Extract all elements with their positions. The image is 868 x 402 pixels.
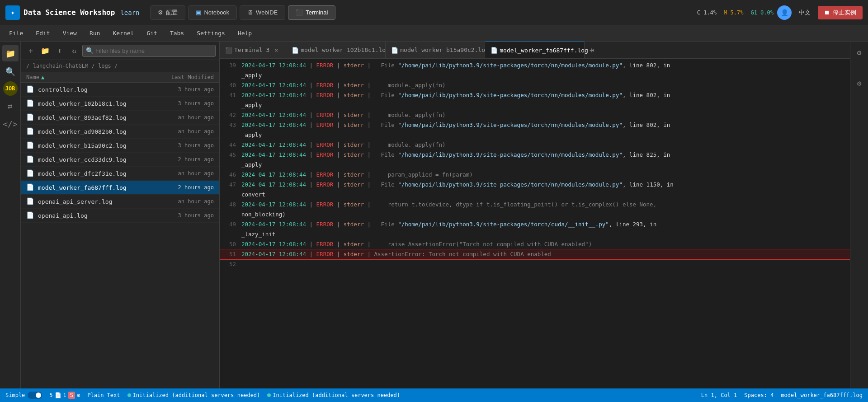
- spaces-info: Spaces: 4: [744, 392, 774, 398]
- file-list-header: Name ▲ Last Modified: [21, 72, 219, 83]
- file-name: model_worker_102b18c1.log: [38, 100, 155, 107]
- sidebar-icon-job[interactable]: JOB: [3, 81, 18, 96]
- log-line: 52: [220, 259, 850, 269]
- line-number: 40: [220, 81, 241, 90]
- statusbar: Simple 5 📄 1 S ⚙ Plain Text Initialized …: [0, 388, 868, 402]
- menu-run[interactable]: Run: [84, 28, 105, 38]
- file-list-item[interactable]: 📄 openai_api_server.log an hour ago: [21, 195, 219, 209]
- file-icon: 📄: [26, 113, 34, 122]
- config-nav-btn[interactable]: ⚙ 配置: [150, 5, 185, 20]
- terminal3-tab-close[interactable]: ×: [272, 46, 280, 54]
- sidebar-icon-git[interactable]: ⇄: [2, 98, 19, 114]
- menu-file[interactable]: File: [4, 28, 28, 38]
- line-content: 2024-04-17 12:08:44 | ERROR | stderr | A…: [241, 250, 850, 259]
- log-line-continuation: _lazy_init: [220, 229, 850, 239]
- search-input[interactable]: [82, 45, 216, 57]
- line-number: 41: [220, 91, 241, 100]
- menu-edit[interactable]: Edit: [30, 28, 55, 38]
- settings-count-icon[interactable]: ⚙: [77, 392, 80, 398]
- right-gear-icon[interactable]: ⚙: [852, 76, 867, 90]
- s-count: 1: [63, 392, 66, 398]
- menubar: File Edit View Run Kernel Git Tabs Setti…: [0, 25, 868, 42]
- new-folder-btn[interactable]: 📁: [39, 44, 52, 57]
- file-list-item[interactable]: 📄 model_worker_ad9082b0.log an hour ago: [21, 125, 219, 139]
- file-icon: 📄: [26, 99, 34, 108]
- tab-add-btn[interactable]: +: [585, 42, 599, 59]
- line-number: 42: [220, 111, 241, 120]
- tab-terminal3[interactable]: ⬛ Terminal 3 ×: [220, 42, 286, 59]
- menu-settings[interactable]: Settings: [191, 28, 231, 38]
- log-line: 502024-04-17 12:08:44 | ERROR | stderr |…: [220, 239, 850, 249]
- upload-btn[interactable]: ⬆: [53, 44, 66, 57]
- editor-content[interactable]: 392024-04-17 12:08:44 | ERROR | stderr |…: [220, 59, 850, 388]
- line-content: 2024-04-17 12:08:44 | ERROR | stderr | m…: [241, 81, 850, 90]
- sidebar-icon-extensions[interactable]: </>: [2, 116, 19, 132]
- menu-view[interactable]: View: [57, 28, 82, 38]
- webide-nav-btn[interactable]: 🖥 WebIDE: [240, 5, 285, 20]
- log-line: 432024-04-17 12:08:44 | ERROR | stderr |…: [220, 120, 850, 130]
- col-name-header[interactable]: Name ▲: [26, 74, 155, 80]
- log-line: 492024-04-17 12:08:44 | ERROR | stderr |…: [220, 220, 850, 229]
- sidebar-icon-bar: 📁 🔍 JOB ⇄ </>: [0, 42, 21, 388]
- file-list-item[interactable]: 📄 model_worker_dfc2f31e.log an hour ago: [21, 167, 219, 181]
- mem-usage: M 5.7%: [724, 9, 743, 16]
- stop-label: 停止实例: [833, 9, 856, 17]
- tab-log2[interactable]: 📄 model_worker_b15a90c2.log ×: [386, 42, 485, 59]
- stop-instance-btn[interactable]: ⏹ 停止实例: [818, 6, 863, 19]
- status-right: Ln 1, Col 1 Spaces: 4 model_worker_fa687…: [701, 392, 863, 398]
- file-list-item[interactable]: 📄 model_worker_b15a90c2.log 3 hours ago: [21, 139, 219, 153]
- file-modified: an hour ago: [155, 170, 214, 177]
- new-file-btn[interactable]: +: [24, 44, 37, 57]
- file-list-item[interactable]: 📄 controller.log 3 hours ago: [21, 83, 219, 97]
- log-line: 392024-04-17 12:08:44 | ERROR | stderr |…: [220, 61, 850, 70]
- right-settings-icon[interactable]: ⚙: [852, 45, 867, 60]
- terminal-nav-btn[interactable]: ⬛ Terminal: [288, 5, 335, 20]
- line-number: 50: [220, 240, 241, 249]
- webide-label: WebIDE: [256, 9, 278, 16]
- log-line-continuation: _apply: [220, 100, 850, 110]
- file-icon: 📄: [26, 141, 34, 150]
- line-content: 2024-04-17 12:08:44 | ERROR | stderr | m…: [241, 111, 850, 120]
- config-icon: ⚙: [158, 9, 163, 16]
- terminal-tab-icon: ⬛: [225, 47, 231, 53]
- file-icon: 📄: [26, 169, 34, 178]
- mode-toggle-switch[interactable]: [28, 392, 42, 399]
- sidebar-icon-files[interactable]: 📁: [2, 45, 19, 61]
- file-modified: an hour ago: [155, 198, 214, 205]
- sidebar-icon-search[interactable]: 🔍: [2, 63, 19, 79]
- notebook-nav-btn[interactable]: ▣ Notebook: [188, 5, 237, 20]
- menu-help[interactable]: Help: [232, 28, 257, 38]
- file-list-item[interactable]: 📄 model_worker_fa687fff.log 2 hours ago: [21, 181, 219, 195]
- user-avatar[interactable]: 👤: [777, 5, 792, 20]
- app-subtitle: learn: [120, 9, 139, 16]
- file-list-item[interactable]: 📄 model_worker_ccd33dc9.log 2 hours ago: [21, 153, 219, 167]
- file-list-item[interactable]: 📄 model_worker_893aef82.log an hour ago: [21, 111, 219, 125]
- file-icon: 📄: [26, 127, 34, 136]
- menu-tabs[interactable]: Tabs: [165, 28, 189, 38]
- notebook-icon: ▣: [196, 9, 201, 16]
- line-content: 2024-04-17 12:08:44 | ERROR | stderr | F…: [241, 150, 850, 159]
- log-line: 442024-04-17 12:08:44 | ERROR | stderr |…: [220, 140, 850, 150]
- file-modified: 2 hours ago: [155, 184, 214, 191]
- cursor-position: Ln 1, Col 1: [701, 392, 737, 398]
- tab-log3[interactable]: 📄 model_worker_fa687fff.log ×: [485, 42, 585, 59]
- status-initialized-2: Initialized (additional servers needed): [267, 392, 400, 398]
- menu-git[interactable]: Git: [141, 28, 162, 38]
- log-line: 482024-04-17 12:08:44 | ERROR | stderr |…: [220, 200, 850, 210]
- status-text-1: Initialized (additional servers needed): [133, 392, 260, 398]
- topbar: ✦ Data Science Workshop learn ⚙ 配置 ▣ Not…: [0, 0, 868, 25]
- cpu-usage: C 1.4%: [697, 9, 717, 16]
- line-content: 2024-04-17 12:08:44 | ERROR | stderr | p…: [241, 170, 850, 179]
- log3-tab-icon: 📄: [491, 47, 497, 53]
- file-panel: + 📁 ⬆ ↻ 🔍 / langchain-ChatGLM / logs / N…: [21, 42, 220, 388]
- language-selector[interactable]: 中文: [795, 7, 814, 19]
- file-list-item[interactable]: 📄 openai_api.log 3 hours ago: [21, 209, 219, 223]
- tab-log1[interactable]: 📄 model_worker_102b18c1.log ×: [286, 42, 386, 59]
- line-number: 47: [220, 180, 241, 189]
- menu-kernel[interactable]: Kernel: [107, 28, 139, 38]
- file-name: controller.log: [38, 86, 155, 93]
- refresh-btn[interactable]: ↻: [68, 44, 80, 57]
- file-list-item[interactable]: 📄 model_worker_102b18c1.log 3 hours ago: [21, 97, 219, 111]
- language-mode[interactable]: Plain Text: [87, 392, 120, 398]
- col-modified-header: Last Modified: [155, 74, 214, 80]
